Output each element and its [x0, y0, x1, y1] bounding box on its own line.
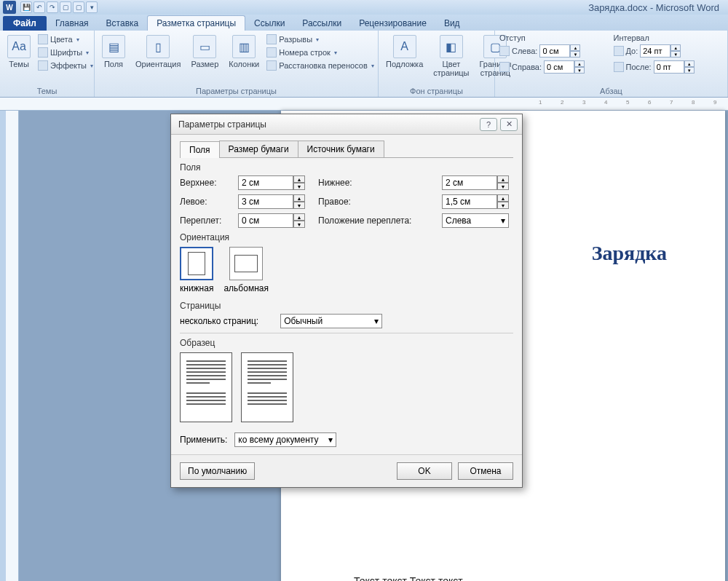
theme-effects-button[interactable]: Эффекты: [38, 60, 93, 71]
watermark-button[interactable]: AПодложка: [383, 33, 426, 70]
pages-section-label: Страницы: [180, 301, 513, 311]
dialog-close-icon[interactable]: ✕: [500, 118, 518, 131]
apply-to-label: Применить:: [180, 435, 227, 445]
horizontal-ruler[interactable]: 1 2 3 4 5 6 7 8 9: [0, 98, 728, 111]
left-margin-spinner[interactable]: ▲▼: [238, 194, 318, 209]
indent-left-spinner[interactable]: ▲▼: [539, 44, 580, 58]
vertical-ruler[interactable]: [6, 111, 19, 581]
cancel-button[interactable]: Отмена: [458, 462, 513, 480]
spacing-after-icon: [614, 62, 624, 72]
columns-button[interactable]: ▥Колонки: [226, 33, 262, 70]
spacing-after-row: После: ▲▼: [614, 60, 724, 74]
breaks-icon: [266, 34, 277, 44]
spin-down[interactable]: ▼: [293, 202, 305, 209]
breaks-button[interactable]: Разрывы: [266, 33, 373, 45]
spin-down[interactable]: ▼: [293, 183, 305, 190]
spin-up[interactable]: ▲: [574, 60, 585, 67]
themes-button[interactable]: Aa Темы: [4, 33, 33, 70]
spin-up[interactable]: ▲: [684, 60, 695, 67]
multi-pages-label: несколько страниц:: [180, 316, 258, 326]
apply-to-select[interactable]: ко всему документу▾: [234, 432, 336, 447]
spin-down[interactable]: ▼: [570, 51, 580, 58]
qat-btn[interactable]: ▢: [60, 1, 71, 13]
indent-left-icon: [499, 46, 510, 56]
qat-btn[interactable]: ▢: [73, 1, 84, 13]
spin-up[interactable]: ▲: [497, 175, 509, 183]
spin-up[interactable]: ▲: [570, 44, 580, 51]
dialog-titlebar[interactable]: Параметры страницы ? ✕: [171, 114, 522, 135]
ok-button[interactable]: OK: [397, 462, 452, 480]
dialog-help-icon[interactable]: ?: [480, 118, 497, 131]
hyphen-icon: [266, 60, 277, 71]
linenum-icon: [266, 47, 277, 58]
bottom-margin-spinner[interactable]: ▲▼: [442, 175, 522, 190]
orientation-button[interactable]: ▯Ориентация: [132, 33, 183, 70]
spin-up[interactable]: ▲: [293, 175, 305, 183]
indent-right-icon: [499, 62, 510, 72]
landscape-icon: [229, 247, 263, 280]
dialog-title-text: Параметры страницы: [178, 119, 266, 130]
tab-review[interactable]: Рецензирование: [350, 16, 435, 31]
group-paragraph: Отступ Слева: ▲▼ Справа: ▲▼ Интервал До:: [495, 31, 728, 97]
dialog-tabs: Поля Размер бумаги Источник бумаги: [180, 141, 513, 158]
margins-button[interactable]: ▤Поля: [99, 33, 128, 70]
tab-view[interactable]: Вид: [435, 16, 469, 31]
dialog-tab-source[interactable]: Источник бумаги: [298, 141, 384, 157]
multi-pages-select[interactable]: Обычный▾: [280, 314, 382, 328]
group-page-bg: AПодложка ◧Цвет страницы ▢Границы страни…: [379, 31, 495, 97]
spacing-after-spinner[interactable]: ▲▼: [654, 60, 695, 74]
qat-redo-icon[interactable]: ↷: [47, 1, 58, 13]
gutter-spinner[interactable]: ▲▼: [238, 213, 318, 228]
tab-page-layout[interactable]: Разметка страницы: [147, 15, 245, 31]
size-icon: ▭: [193, 35, 216, 58]
group-page-setup: ▤Поля ▯Ориентация ▭Размер ▥Колонки Разры…: [95, 31, 379, 97]
indent-heading: Отступ: [499, 33, 609, 42]
spacing-before-spinner[interactable]: ▲▼: [640, 44, 681, 58]
spin-up[interactable]: ▲: [670, 44, 681, 51]
page-color-button[interactable]: ◧Цвет страницы: [430, 33, 472, 79]
orientation-landscape[interactable]: альбомная: [223, 247, 269, 293]
title-bar: W 💾 ↶ ↷ ▢ ▢ ▾ Зарядка.docx - Microsoft W…: [0, 0, 728, 15]
hyphenation-button[interactable]: Расстановка переносов: [266, 60, 373, 71]
qat-customize-icon[interactable]: ▾: [86, 1, 98, 13]
tab-insert[interactable]: Вставка: [98, 16, 148, 31]
spin-down[interactable]: ▼: [684, 67, 695, 74]
qat-save-icon[interactable]: 💾: [20, 1, 32, 13]
file-tab[interactable]: Файл: [3, 16, 47, 31]
spacing-before-row: До: ▲▼: [614, 44, 724, 58]
defaults-button[interactable]: По умолчанию: [180, 462, 255, 480]
spin-down[interactable]: ▼: [574, 67, 585, 74]
gutter-pos-select[interactable]: Слева▾: [442, 213, 509, 228]
chevron-down-icon: ▾: [374, 316, 379, 326]
tab-home[interactable]: Главная: [47, 16, 98, 31]
dialog-tab-paper[interactable]: Размер бумаги: [219, 141, 298, 157]
theme-colors-button[interactable]: Цвета: [38, 33, 93, 45]
spin-up[interactable]: ▲: [293, 194, 305, 202]
chevron-down-icon: ▾: [328, 435, 333, 445]
spin-down[interactable]: ▼: [497, 183, 509, 190]
top-margin-spinner[interactable]: ▲▼: [238, 175, 318, 190]
spin-up[interactable]: ▲: [293, 213, 305, 221]
theme-fonts-button[interactable]: Шрифты: [38, 47, 93, 58]
line-numbers-button[interactable]: Номера строк: [266, 47, 373, 58]
ribbon-tabs: Файл Главная Вставка Разметка страницы С…: [0, 15, 728, 31]
tab-mailings[interactable]: Рассылки: [293, 16, 350, 31]
spin-down[interactable]: ▼: [497, 202, 509, 209]
size-button[interactable]: ▭Размер: [188, 33, 221, 70]
dialog-tab-margins[interactable]: Поля: [180, 141, 220, 158]
right-margin-spinner[interactable]: ▲▼: [442, 194, 522, 209]
quick-access-toolbar: W 💾 ↶ ↷ ▢ ▢ ▾: [3, 1, 98, 14]
group-themes: Aa Темы Цвета Шрифты Эффекты Темы: [0, 31, 95, 97]
spin-down[interactable]: ▼: [293, 221, 305, 228]
indent-right-spinner[interactable]: ▲▼: [544, 60, 585, 74]
tab-references[interactable]: Ссылки: [245, 16, 293, 31]
spin-down[interactable]: ▼: [670, 51, 681, 58]
window-title: Зарядка.docx - Microsoft Word: [588, 2, 719, 13]
spin-up[interactable]: ▲: [497, 194, 509, 202]
spacing-before-icon: [614, 46, 624, 56]
qat-undo-icon[interactable]: ↶: [33, 1, 45, 13]
preview-page-2: [241, 352, 293, 422]
group-page-setup-title: Параметры страницы: [99, 85, 373, 95]
orientation-portrait[interactable]: книжная: [180, 247, 213, 293]
fonts-icon: [38, 47, 48, 58]
